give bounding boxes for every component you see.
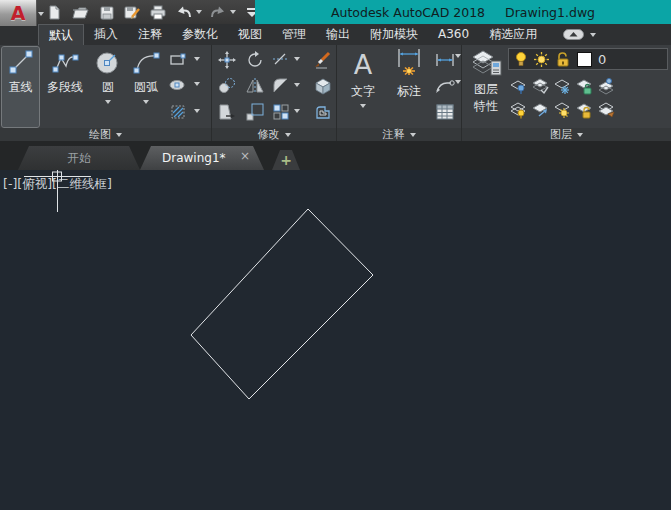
fillet-tool-button[interactable] [270,75,292,97]
match-properties-brush-icon [313,50,333,70]
close-tab-icon[interactable]: × [240,150,250,162]
scale-tool-button[interactable] [244,101,266,123]
ribbon-display-caret[interactable] [590,33,596,37]
offset-tool-button[interactable] [312,101,334,123]
panel-layers: 图层 特性 [462,45,671,141]
turn-on-layers-button[interactable] [508,99,528,121]
ribbon-tab-bar: 默认 插入 注释 参数化 视图 管理 输出 附加模块 A360 精选应用 [0,24,671,45]
move-tool-button[interactable] [216,49,238,71]
undo-dropdown-caret[interactable] [196,10,202,14]
freeze-layer-icon [553,77,571,95]
array-tool-button[interactable] [270,101,292,123]
undo-button[interactable] [174,2,194,22]
panel-title-layers[interactable]: 图层 [462,128,671,141]
hatch-dropdown-caret[interactable] [194,109,200,113]
circle-icon [93,47,123,77]
file-tab-start[interactable]: 开始 [18,146,140,170]
merge-layer-button[interactable] [596,99,616,121]
trim-dropdown-caret[interactable] [294,57,300,61]
redo-icon [209,4,227,20]
move-to-layer-icon [531,101,549,119]
copy-tool-button[interactable] [216,75,238,97]
ribbon-tab-default[interactable]: 默认 [38,24,84,45]
ribbon-tab-a360[interactable]: A360 [428,24,479,45]
polyline-tool-button[interactable]: 多段线 [42,47,88,127]
current-layer-name: 0 [598,52,606,67]
set-current-layer-icon [531,77,549,95]
ellipse-tool-button[interactable] [167,74,189,96]
minimize-ribbon-icon[interactable] [563,29,584,40]
layer-states-button[interactable] [596,75,616,97]
rotate-tool-button[interactable] [244,49,266,71]
model-space-canvas[interactable]: [-] [俯视] [二维线框] [0,170,671,510]
freeze-layer-button[interactable] [552,75,572,97]
panel-title-modify[interactable]: 修改 [212,128,336,141]
leader-button[interactable] [433,75,457,97]
stretch-tool-button[interactable] [216,101,238,123]
text-tool-button[interactable]: A 文字 [345,47,381,127]
explode-tool-button[interactable] [312,75,334,97]
ribbon-tab-featured-apps[interactable]: 精选应用 [479,24,547,45]
file-tab-drawing1[interactable]: Drawing1* × [140,146,264,170]
save-button[interactable] [96,2,116,22]
circle-dropdown-caret[interactable] [105,100,111,104]
move-to-layer-button[interactable] [530,99,550,121]
unlock-layer-button[interactable] [574,99,594,121]
new-file-button[interactable] [44,2,64,22]
array-dropdown-caret[interactable] [294,109,300,113]
panel-title-annotate[interactable]: 注释 [337,128,461,141]
match-properties-button[interactable] [312,49,334,71]
ribbon-tab-annotate[interactable]: 注释 [128,24,172,45]
ribbon-tab-manage[interactable]: 管理 [272,24,316,45]
ribbon-tab-parametric[interactable]: 参数化 [172,24,228,45]
plot-button[interactable] [148,2,168,22]
arc-tool-button[interactable]: 圆弧 [128,47,164,127]
layer-properties-button[interactable]: 图层 特性 [466,47,506,127]
layer-properties-icon [469,47,503,79]
layer-color-swatch [577,52,592,67]
set-current-layer-button[interactable] [530,75,550,97]
text-dropdown-caret[interactable] [360,104,366,108]
drawn-rectangle[interactable] [191,209,373,399]
linear-dimension-button[interactable] [433,49,457,71]
crosshair-cursor [24,170,91,212]
unlock-layer-icon [575,101,593,119]
ribbon-tab-view[interactable]: 视图 [228,24,272,45]
fillet-dropdown-caret[interactable] [294,83,300,87]
redo-dropdown-caret[interactable] [230,10,236,14]
panel-draw-expand-caret [116,133,122,137]
new-file-icon [46,4,63,21]
arc-dropdown-caret[interactable] [143,100,149,104]
drawing-geometry [0,170,671,510]
ellipse-dropdown-caret[interactable] [194,82,200,86]
stretch-icon [217,102,237,122]
hatch-tool-button[interactable] [167,101,189,123]
open-button[interactable] [70,2,90,22]
line-icon [6,47,36,77]
redo-button[interactable] [208,2,228,22]
line-tool-button[interactable]: 直线 [2,47,39,127]
isolate-layer-button[interactable] [508,75,528,97]
undo-group [174,2,202,22]
application-menu-button[interactable]: A [0,0,37,26]
panel-title-draw[interactable]: 绘图 [0,128,211,141]
ellipse-icon [169,77,187,93]
rectangle-tool-button[interactable] [167,49,189,71]
circle-tool-button[interactable]: 圆 [90,47,126,127]
application-menu-caret[interactable] [38,12,44,16]
dimension-tool-button[interactable]: 标注 [389,47,429,127]
save-as-button[interactable] [122,2,142,22]
new-drawing-tab-button[interactable]: + [272,150,300,170]
trim-tool-button[interactable] [270,49,292,71]
mirror-tool-button[interactable] [244,75,266,97]
ribbon-tab-output[interactable]: 输出 [316,24,360,45]
lock-layer-button[interactable] [574,75,594,97]
panel-modify-expand-caret [285,133,291,137]
table-button[interactable] [433,101,457,123]
layer-dropdown[interactable]: 0 [508,48,668,70]
ribbon-tab-addins[interactable]: 附加模块 [360,24,428,45]
ribbon-tab-insert[interactable]: 插入 [84,24,128,45]
rectangle-dropdown-caret[interactable] [194,57,200,61]
thaw-layers-button[interactable] [552,99,572,121]
file-tab-drawing1-label: Drawing1* [162,151,226,165]
